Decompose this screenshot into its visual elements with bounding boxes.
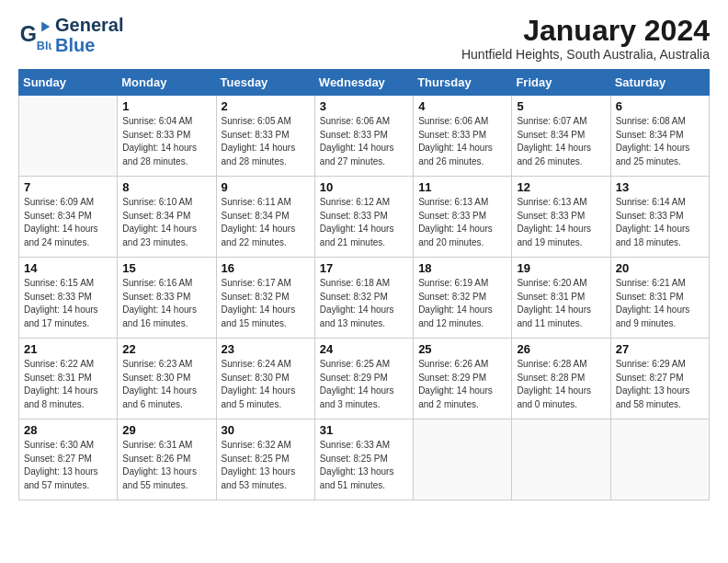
sunrise-text: Sunrise: 6:09 AM [24, 196, 112, 210]
day-number: 1 [122, 99, 210, 113]
day-info: Sunrise: 6:25 AM Sunset: 8:29 PM Dayligh… [320, 358, 408, 411]
daylight-line2: and 21 minutes. [320, 236, 408, 250]
day-info: Sunrise: 6:15 AM Sunset: 8:33 PM Dayligh… [24, 277, 112, 330]
sunrise-text: Sunrise: 6:21 AM [616, 277, 704, 291]
table-row [19, 96, 118, 177]
table-row: 17 Sunrise: 6:18 AM Sunset: 8:32 PM Dayl… [314, 258, 413, 339]
day-number: 6 [616, 99, 704, 113]
daylight-line2: and 51 minutes. [320, 479, 408, 493]
svg-text:Blue: Blue [37, 40, 51, 52]
title-area: January 2024 Huntfield Heights, South Au… [461, 15, 710, 62]
table-row: 21 Sunrise: 6:22 AM Sunset: 8:31 PM Dayl… [19, 339, 118, 419]
table-row: 12 Sunrise: 6:13 AM Sunset: 8:33 PM Dayl… [512, 177, 610, 258]
daylight-line1: Daylight: 13 hours [24, 465, 112, 479]
daylight-line1: Daylight: 13 hours [616, 385, 704, 398]
daylight-line2: and 0 minutes. [517, 398, 605, 412]
table-row: 25 Sunrise: 6:26 AM Sunset: 8:29 PM Dayl… [414, 339, 512, 419]
daylight-line2: and 5 minutes. [222, 398, 310, 412]
sunrise-text: Sunrise: 6:12 AM [320, 196, 408, 210]
sunrise-text: Sunrise: 6:15 AM [24, 277, 112, 291]
daylight-line2: and 55 minutes. [122, 479, 210, 493]
sunset-text: Sunset: 8:25 PM [222, 453, 310, 466]
col-tuesday: Tuesday [216, 70, 314, 96]
day-info: Sunrise: 6:06 AM Sunset: 8:33 PM Dayligh… [418, 115, 506, 168]
table-row: 10 Sunrise: 6:12 AM Sunset: 8:33 PM Dayl… [314, 177, 413, 258]
location-subtitle: Huntfield Heights, South Australia, Aust… [461, 47, 710, 62]
day-number: 5 [517, 99, 605, 113]
day-number: 12 [517, 180, 605, 194]
daylight-line1: Daylight: 14 hours [517, 304, 605, 317]
sunset-text: Sunset: 8:34 PM [222, 210, 310, 224]
calendar-header-row: Sunday Monday Tuesday Wednesday Thursday… [19, 70, 710, 96]
day-number: 31 [320, 423, 408, 437]
sunrise-text: Sunrise: 6:10 AM [122, 196, 210, 210]
table-row: 24 Sunrise: 6:25 AM Sunset: 8:29 PM Dayl… [314, 339, 413, 419]
sunrise-text: Sunrise: 6:26 AM [418, 358, 506, 372]
day-number: 2 [222, 99, 310, 113]
day-info: Sunrise: 6:07 AM Sunset: 8:34 PM Dayligh… [517, 115, 605, 168]
day-info: Sunrise: 6:08 AM Sunset: 8:34 PM Dayligh… [616, 115, 704, 168]
daylight-line1: Daylight: 13 hours [320, 465, 408, 479]
day-info: Sunrise: 6:19 AM Sunset: 8:32 PM Dayligh… [418, 277, 506, 330]
daylight-line2: and 19 minutes. [517, 236, 605, 250]
daylight-line2: and 2 minutes. [418, 398, 506, 412]
day-number: 19 [517, 261, 605, 275]
sunset-text: Sunset: 8:33 PM [320, 210, 408, 224]
sunrise-text: Sunrise: 6:31 AM [122, 439, 210, 453]
day-number: 16 [222, 261, 310, 275]
daylight-line1: Daylight: 14 hours [122, 142, 210, 155]
table-row: 20 Sunrise: 6:21 AM Sunset: 8:31 PM Dayl… [610, 258, 709, 339]
table-row: 4 Sunrise: 6:06 AM Sunset: 8:33 PM Dayli… [414, 96, 512, 177]
sunset-text: Sunset: 8:33 PM [616, 210, 704, 224]
daylight-line1: Daylight: 14 hours [222, 142, 310, 155]
col-friday: Friday [512, 70, 610, 96]
table-row: 15 Sunrise: 6:16 AM Sunset: 8:33 PM Dayl… [118, 258, 216, 339]
calendar-week-row: 1 Sunrise: 6:04 AM Sunset: 8:33 PM Dayli… [19, 96, 710, 177]
table-row [610, 419, 709, 500]
sunset-text: Sunset: 8:33 PM [320, 129, 408, 143]
table-row: 19 Sunrise: 6:20 AM Sunset: 8:31 PM Dayl… [512, 258, 610, 339]
daylight-line1: Daylight: 14 hours [517, 142, 605, 155]
sunset-text: Sunset: 8:34 PM [24, 210, 112, 224]
sunset-text: Sunset: 8:28 PM [517, 372, 605, 385]
daylight-line1: Daylight: 14 hours [222, 385, 310, 398]
table-row: 5 Sunrise: 6:07 AM Sunset: 8:34 PM Dayli… [512, 96, 610, 177]
day-number: 4 [418, 99, 506, 113]
day-info: Sunrise: 6:11 AM Sunset: 8:34 PM Dayligh… [222, 196, 310, 249]
day-number: 29 [122, 423, 210, 437]
day-info: Sunrise: 6:29 AM Sunset: 8:27 PM Dayligh… [616, 358, 704, 411]
sunrise-text: Sunrise: 6:11 AM [222, 196, 310, 210]
day-info: Sunrise: 6:28 AM Sunset: 8:28 PM Dayligh… [517, 358, 605, 411]
table-row [512, 419, 610, 500]
daylight-line1: Daylight: 14 hours [616, 142, 704, 155]
day-number: 17 [320, 261, 408, 275]
day-number: 18 [418, 261, 506, 275]
daylight-line2: and 27 minutes. [320, 155, 408, 169]
sunset-text: Sunset: 8:34 PM [616, 129, 704, 143]
daylight-line1: Daylight: 14 hours [517, 223, 605, 236]
daylight-line1: Daylight: 14 hours [418, 304, 506, 317]
day-number: 20 [616, 261, 704, 275]
daylight-line1: Daylight: 14 hours [517, 385, 605, 398]
daylight-line2: and 6 minutes. [122, 398, 210, 412]
daylight-line2: and 28 minutes. [222, 155, 310, 169]
daylight-line1: Daylight: 13 hours [222, 465, 310, 479]
table-row: 13 Sunrise: 6:14 AM Sunset: 8:33 PM Dayl… [610, 177, 709, 258]
day-number: 14 [24, 261, 112, 275]
sunset-text: Sunset: 8:26 PM [122, 453, 210, 466]
daylight-line2: and 28 minutes. [122, 155, 210, 169]
daylight-line1: Daylight: 14 hours [122, 385, 210, 398]
day-info: Sunrise: 6:12 AM Sunset: 8:33 PM Dayligh… [320, 196, 408, 249]
day-info: Sunrise: 6:06 AM Sunset: 8:33 PM Dayligh… [320, 115, 408, 168]
table-row: 22 Sunrise: 6:23 AM Sunset: 8:30 PM Dayl… [118, 339, 216, 419]
sunrise-text: Sunrise: 6:14 AM [616, 196, 704, 210]
table-row: 8 Sunrise: 6:10 AM Sunset: 8:34 PM Dayli… [118, 177, 216, 258]
sunrise-text: Sunrise: 6:19 AM [418, 277, 506, 291]
sunset-text: Sunset: 8:31 PM [24, 372, 112, 385]
daylight-line1: Daylight: 14 hours [24, 223, 112, 236]
daylight-line1: Daylight: 14 hours [24, 304, 112, 317]
daylight-line1: Daylight: 14 hours [616, 223, 704, 236]
sunset-text: Sunset: 8:32 PM [320, 291, 408, 304]
daylight-line2: and 25 minutes. [616, 155, 704, 169]
calendar-week-row: 7 Sunrise: 6:09 AM Sunset: 8:34 PM Dayli… [19, 177, 710, 258]
